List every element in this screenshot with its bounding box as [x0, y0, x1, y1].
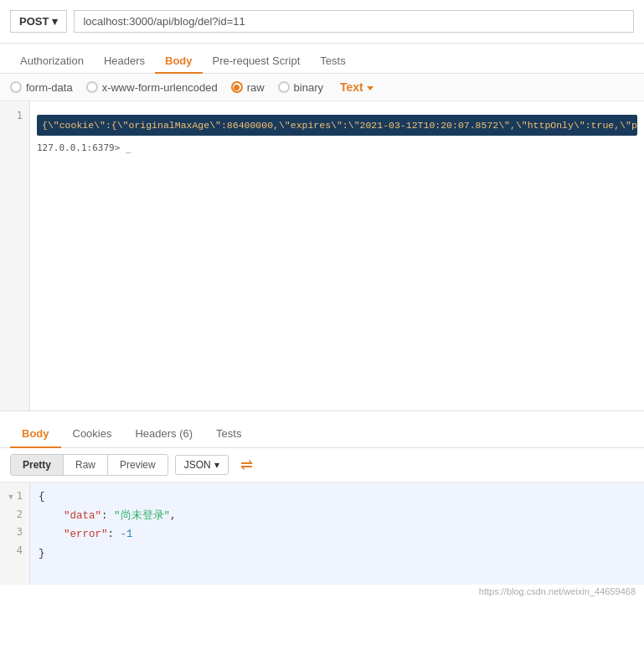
fold-arrow-1[interactable]: ▼: [8, 490, 13, 503]
editor-area: 1 {\"cookie\":{\"originalMaxAge\":864000…: [0, 101, 644, 411]
editor-content[interactable]: {\"cookie\":{\"originalMaxAge\":86400000…: [30, 101, 644, 410]
view-preview[interactable]: Preview: [108, 455, 167, 475]
resp-tab-tests[interactable]: Tests: [204, 421, 253, 448]
view-buttons: Pretty Raw Preview: [10, 454, 168, 476]
resp-code-line-3: "error": -1: [39, 525, 636, 544]
resp-line-num-2: 2: [0, 506, 29, 524]
format-label: Text: [340, 80, 363, 94]
format-chevron-icon: ▾: [214, 459, 219, 471]
radio-urlencoded: [86, 81, 98, 93]
url-input[interactable]: [74, 10, 634, 33]
format-dropdown[interactable]: Text: [340, 80, 374, 94]
resp-tab-cookies[interactable]: Cookies: [61, 421, 124, 448]
tab-body[interactable]: Body: [155, 49, 203, 74]
view-raw[interactable]: Raw: [64, 455, 108, 475]
method-button[interactable]: POST ▾: [10, 10, 67, 33]
resp-tab-body[interactable]: Body: [10, 421, 61, 448]
tab-tests[interactable]: Tests: [310, 49, 355, 74]
editor-highlighted-text: {\"cookie\":{\"originalMaxAge\":86400000…: [37, 115, 637, 136]
format-chevron-icon: [367, 86, 374, 90]
response-section: Body Cookies Headers (6) Tests Pretty Ra…: [0, 411, 644, 601]
wrap-icon: ⇌: [240, 456, 253, 474]
method-label: POST: [19, 15, 49, 28]
editor-line-numbers: 1: [0, 101, 30, 410]
body-options: form-data x-www-form-urlencoded raw bina…: [0, 74, 644, 101]
response-body: ▼ 1 2 3 4 { "data": "尚未登录", "error": -1 …: [0, 482, 644, 585]
response-tabs: Body Cookies Headers (6) Tests: [0, 411, 644, 448]
option-raw[interactable]: raw: [231, 81, 265, 94]
radio-form-data: [10, 81, 22, 93]
resp-line-num-4: 4: [0, 542, 29, 560]
resp-tab-headers[interactable]: Headers (6): [123, 421, 204, 448]
tab-headers[interactable]: Headers: [94, 49, 155, 74]
option-form-data[interactable]: form-data: [10, 81, 73, 94]
view-pretty[interactable]: Pretty: [11, 455, 64, 475]
watermark: https://blog.csdn.net/weixin_44659468: [479, 586, 636, 596]
line-number-1: 1: [0, 108, 29, 124]
format-json-label: JSON: [184, 459, 211, 471]
resp-code-line-4: }: [39, 544, 636, 564]
resp-code-line-1: {: [39, 488, 636, 507]
resp-code-line-2: "data": "尚未登录",: [39, 507, 636, 526]
tab-pre-request-script[interactable]: Pre-request Script: [203, 49, 311, 74]
wrap-button[interactable]: ⇌: [235, 453, 259, 477]
response-toolbar: Pretty Raw Preview JSON ▾ ⇌: [0, 448, 644, 482]
format-select[interactable]: JSON ▾: [175, 455, 229, 475]
response-code: { "data": "尚未登录", "error": -1 }: [30, 482, 644, 585]
radio-raw: [231, 81, 243, 93]
method-chevron-icon: ▾: [52, 15, 58, 28]
tab-authorization[interactable]: Authorization: [10, 49, 94, 74]
option-urlencoded[interactable]: x-www-form-urlencoded: [86, 81, 218, 94]
resp-line-num-3: 3: [0, 524, 29, 542]
radio-binary: [278, 81, 290, 93]
response-line-numbers: ▼ 1 2 3 4: [0, 482, 30, 585]
top-bar: POST ▾: [0, 0, 644, 44]
option-binary[interactable]: binary: [278, 81, 323, 94]
resp-line-num-1: ▼ 1: [0, 488, 29, 506]
request-tabs: Authorization Headers Body Pre-request S…: [0, 44, 644, 74]
